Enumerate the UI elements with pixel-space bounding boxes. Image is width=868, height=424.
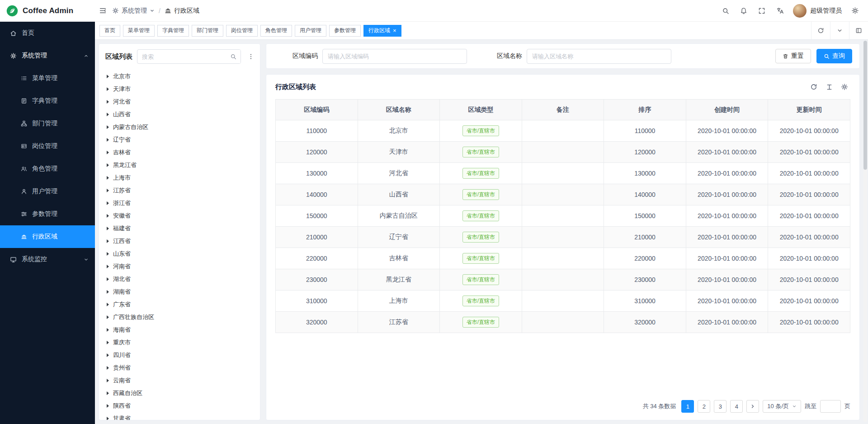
tree-item[interactable]: 湖北省 xyxy=(107,273,260,286)
page-button[interactable]: 3 xyxy=(714,400,726,413)
tree-item[interactable]: 甘肃省 xyxy=(107,412,260,420)
tab[interactable]: 角色管理 × xyxy=(260,25,292,37)
tab[interactable]: 参数管理 × xyxy=(329,25,361,37)
tab-label: 岗位管理 xyxy=(231,27,253,34)
pagination-total: 共 34 条数据 xyxy=(643,402,676,410)
tree-item[interactable]: 吉林省 xyxy=(107,146,260,159)
region-code-input[interactable] xyxy=(322,49,467,64)
tree-item[interactable]: 四川省 xyxy=(107,349,260,362)
search-button[interactable]: 查询 xyxy=(816,49,852,63)
sidebar-subitem-role[interactable]: 角色管理 xyxy=(0,157,95,180)
layout-icon[interactable] xyxy=(849,22,868,39)
tree-item[interactable]: 贵州省 xyxy=(107,362,260,374)
tree-item[interactable]: 内蒙古自治区 xyxy=(107,121,260,133)
tree-item[interactable]: 天津市 xyxy=(107,83,260,95)
tree-item[interactable]: 山西省 xyxy=(107,108,260,121)
fullscreen-icon[interactable] xyxy=(754,3,769,19)
tree-item[interactable]: 广西壮族自治区 xyxy=(107,311,260,324)
close-icon[interactable]: × xyxy=(393,28,396,33)
sliders-icon xyxy=(21,211,27,217)
tree-item[interactable]: 河北省 xyxy=(107,95,260,108)
tab[interactable]: 岗位管理 × xyxy=(226,25,258,37)
tree-item[interactable]: 山东省 xyxy=(107,248,260,260)
tree-item[interactable]: 云南省 xyxy=(107,374,260,387)
sidebar-subitem-post[interactable]: 岗位管理 xyxy=(0,135,95,157)
translate-icon[interactable] xyxy=(772,3,788,19)
settings-gear-icon[interactable] xyxy=(847,3,863,19)
tab[interactable]: 首页 × xyxy=(99,25,120,37)
dots-vertical-icon[interactable] xyxy=(245,49,256,64)
tab[interactable]: 行政区域 × xyxy=(363,25,401,37)
breadcrumb-system[interactable]: 系统管理 xyxy=(112,7,155,15)
bell-icon[interactable] xyxy=(736,3,751,19)
sidebar-item-home[interactable]: 首页 xyxy=(0,22,95,44)
tree-item[interactable]: 辽宁省 xyxy=(107,133,260,146)
table-row[interactable]: 220000 吉林省 省市/直辖市 220000 2020-10-01 00:0… xyxy=(276,248,850,269)
chevron-down-icon[interactable] xyxy=(830,22,849,39)
gear-icon[interactable] xyxy=(839,81,850,93)
app-root: Coffee Admin 系统管理 / 行政区域 xyxy=(0,0,868,424)
page-scrollbar[interactable] xyxy=(863,41,867,422)
region-type-tag: 省市/直辖市 xyxy=(462,295,499,306)
tree-item[interactable]: 西藏自治区 xyxy=(107,387,260,400)
tab[interactable]: 部门管理 × xyxy=(192,25,223,37)
tree-item[interactable]: 浙江省 xyxy=(107,197,260,210)
page-button[interactable]: 2 xyxy=(698,400,710,413)
table-row[interactable]: 230000 黑龙江省 省市/直辖市 230000 2020-10-01 00:… xyxy=(276,269,850,291)
tab[interactable]: 字典管理 × xyxy=(157,25,189,37)
tree-item[interactable]: 湖南省 xyxy=(107,286,260,298)
reset-button[interactable]: 重置 xyxy=(775,49,811,63)
tree-item[interactable]: 江西省 xyxy=(107,235,260,248)
tree-item[interactable]: 北京市 xyxy=(107,70,260,83)
sidebar-item-system[interactable]: 系统管理 xyxy=(0,44,95,67)
table-row[interactable]: 150000 内蒙古自治区 省市/直辖市 150000 2020-10-01 0… xyxy=(276,205,850,227)
tree-search-input[interactable] xyxy=(137,53,226,60)
cell-region-name: 上海市 xyxy=(358,291,440,312)
user-menu[interactable]: 超级管理员 xyxy=(793,4,842,18)
app-logo[interactable]: Coffee Admin xyxy=(0,5,95,17)
tree-item[interactable]: 安徽省 xyxy=(107,210,260,222)
column-height-icon[interactable] xyxy=(823,81,835,93)
tree-item[interactable]: 海南省 xyxy=(107,324,260,336)
tree-item[interactable]: 江苏省 xyxy=(107,184,260,197)
tree-item[interactable]: 黑龙江省 xyxy=(107,159,260,172)
sidebar-subitem-region[interactable]: 行政区域 xyxy=(0,225,95,248)
cell-region-code: 150000 xyxy=(276,205,358,227)
sidebar-subitem-user[interactable]: 用户管理 xyxy=(0,180,95,203)
tree-item[interactable]: 河南省 xyxy=(107,260,260,273)
table-row[interactable]: 210000 辽宁省 省市/直辖市 210000 2020-10-01 00:0… xyxy=(276,227,850,248)
sidebar-subitem-menu[interactable]: 菜单管理 xyxy=(0,67,95,90)
tree-item[interactable]: 广东省 xyxy=(107,298,260,311)
tab[interactable]: 用户管理 × xyxy=(295,25,326,37)
jump-page-input[interactable] xyxy=(820,400,841,413)
tree-item[interactable]: 陕西省 xyxy=(107,400,260,412)
table-row[interactable]: 310000 上海市 省市/直辖市 310000 2020-10-01 00:0… xyxy=(276,291,850,312)
next-page-button[interactable] xyxy=(746,400,759,413)
refresh-icon[interactable] xyxy=(811,22,830,39)
tree-item-label: 云南省 xyxy=(113,376,131,385)
table-row[interactable]: 110000 北京市 省市/直辖市 110000 2020-10-01 00:0… xyxy=(276,120,850,142)
tree-item[interactable]: 福建省 xyxy=(107,222,260,235)
scrollbar-thumb[interactable] xyxy=(863,41,867,170)
sidebar-item-monitor[interactable]: 系统监控 xyxy=(0,248,95,271)
sidebar-subitem-dept[interactable]: 部门管理 xyxy=(0,112,95,135)
table-row[interactable]: 320000 江苏省 省市/直辖市 320000 2020-10-01 00:0… xyxy=(276,312,850,333)
search-icon[interactable] xyxy=(718,3,733,19)
page-button[interactable]: 1 xyxy=(681,400,694,413)
tree-item-label: 安徽省 xyxy=(113,212,131,220)
tree-item[interactable]: 上海市 xyxy=(107,172,260,184)
search-icon[interactable] xyxy=(226,50,241,63)
table-row[interactable]: 130000 河北省 省市/直辖市 130000 2020-10-01 00:0… xyxy=(276,163,850,184)
cell-region-code: 140000 xyxy=(276,184,358,205)
collapse-sidebar-icon[interactable] xyxy=(95,3,110,19)
page-button[interactable]: 4 xyxy=(730,400,743,413)
tree-item[interactable]: 重庆市 xyxy=(107,336,260,349)
page-size-select[interactable]: 10 条/页 xyxy=(763,400,801,413)
refresh-icon[interactable] xyxy=(808,81,820,93)
table-row[interactable]: 120000 天津市 省市/直辖市 120000 2020-10-01 00:0… xyxy=(276,142,850,163)
sidebar-subitem-param[interactable]: 参数管理 xyxy=(0,203,95,225)
region-name-input[interactable] xyxy=(527,49,671,64)
table-row[interactable]: 140000 山西省 省市/直辖市 140000 2020-10-01 00:0… xyxy=(276,184,850,205)
tab[interactable]: 菜单管理 × xyxy=(123,25,155,37)
sidebar-subitem-dict[interactable]: 字典管理 xyxy=(0,90,95,112)
